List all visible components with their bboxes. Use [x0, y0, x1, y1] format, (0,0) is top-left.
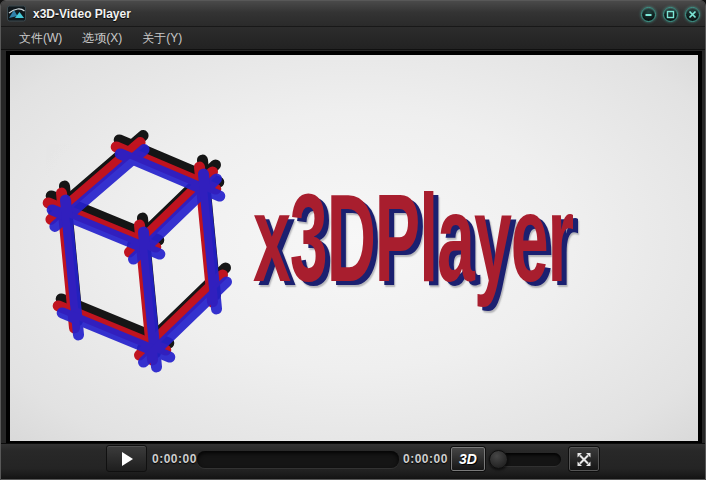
- fullscreen-icon: [577, 453, 591, 466]
- close-button[interactable]: [685, 7, 700, 22]
- play-button[interactable]: [106, 445, 147, 472]
- close-icon: [688, 10, 697, 19]
- video-screen[interactable]: x3DPlayer: [10, 55, 698, 441]
- app-window: x3D-Video Player 文件(W) 选项(X) 关于(Y): [0, 0, 706, 480]
- fullscreen-button[interactable]: [569, 447, 599, 471]
- menu-bar: 文件(W) 选项(X) 关于(Y): [1, 27, 705, 50]
- volume-knob[interactable]: [489, 450, 508, 469]
- menu-item-file[interactable]: 文件(W): [9, 27, 72, 50]
- logo-wordmark: x3DPlayer: [253, 176, 573, 300]
- play-icon: [120, 451, 134, 467]
- control-bar: 0:00:00 0:00:00 3D: [1, 443, 705, 479]
- window-controls: [641, 7, 700, 22]
- elapsed-time: 0:00:00: [152, 444, 197, 475]
- total-time: 0:00:00: [403, 444, 448, 475]
- title-bar[interactable]: x3D-Video Player: [1, 1, 705, 27]
- maximize-icon: [666, 10, 675, 19]
- minimize-icon: [644, 10, 653, 19]
- app-icon: [7, 5, 26, 22]
- seek-bar[interactable]: [197, 451, 399, 468]
- menu-item-about[interactable]: 关于(Y): [132, 27, 192, 50]
- window-title: x3D-Video Player: [33, 7, 131, 21]
- minimize-button[interactable]: [641, 7, 656, 22]
- 3d-mode-button[interactable]: 3D: [451, 447, 485, 471]
- menu-item-options[interactable]: 选项(X): [72, 27, 132, 50]
- video-frame: x3DPlayer: [6, 51, 702, 445]
- maximize-button[interactable]: [663, 7, 678, 22]
